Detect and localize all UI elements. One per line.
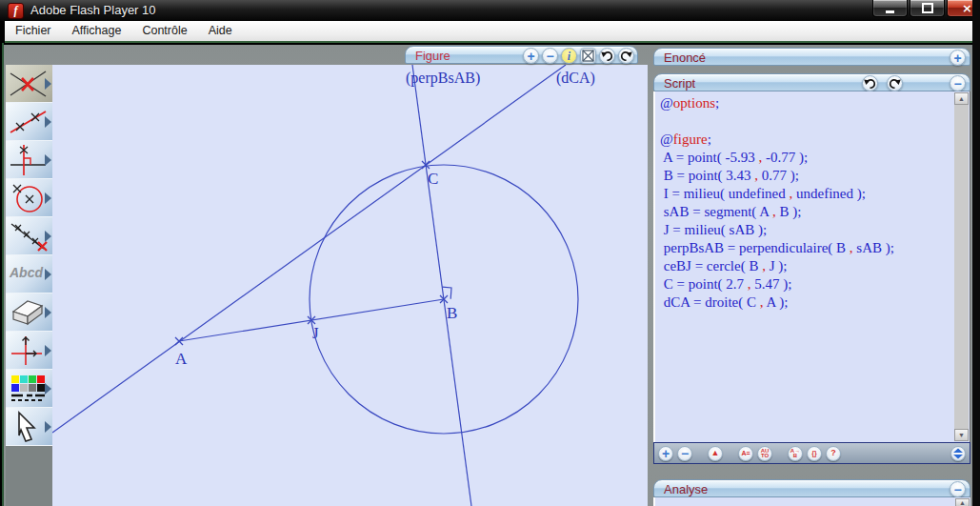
script-rename-button[interactable]: A→ B — [788, 446, 803, 461]
label-line-dCA[interactable]: (dCA) — [556, 70, 595, 87]
tool-text[interactable]: Abcd — [6, 255, 52, 293]
script-undo-button[interactable] — [862, 75, 878, 91]
script-line: A = point( -5.93 , -0.77 ); — [660, 150, 952, 168]
script-panel-header: Script − — [653, 73, 970, 91]
script-line: J = milieu( sAB ); — [660, 222, 952, 240]
scroll-up-button[interactable]: ▲ — [955, 498, 970, 506]
tool-style-palette[interactable] — [6, 370, 52, 408]
tool-axes[interactable] — [6, 332, 52, 370]
figure-info-button[interactable]: i — [561, 48, 577, 64]
script-line: sAB = segment( A , B ); — [660, 204, 952, 222]
expand-collapse-icon — [951, 447, 965, 460]
script-line: @figure; — [660, 132, 952, 150]
script-line: I = milieu( undefined , undefined ); — [660, 186, 952, 204]
tool-eraser[interactable] — [6, 293, 52, 332]
play-icon: ▲ — [711, 449, 720, 457]
script-line — [660, 113, 952, 132]
submenu-arrow-icon — [45, 421, 51, 433]
restore-icon — [922, 3, 933, 13]
figure-panel-title: Figure — [415, 48, 450, 64]
script-scrollbar[interactable]: ▲ ▼ — [954, 92, 969, 441]
label-point-C[interactable]: C — [428, 170, 438, 188]
title-bar: f Adobe Flash Player 10 × — [0, 0, 980, 21]
redo-icon — [620, 50, 632, 62]
figure-redo-button[interactable] — [618, 48, 634, 64]
window-title: Adobe Flash Player 10 — [30, 0, 156, 21]
submenu-arrow-icon — [45, 269, 51, 280]
label-line-perpBsAB[interactable]: (perpBsAB) — [406, 70, 480, 87]
redo-icon — [889, 77, 901, 90]
analyse-panel-header: Analyse − — [653, 479, 970, 497]
tool-point[interactable] — [6, 65, 52, 103]
script-line: dCA = droite( C , A ); — [660, 294, 952, 313]
script-resize-button[interactable] — [950, 446, 966, 461]
script-line: B = point( 3.43 , 0.77 ); — [660, 168, 952, 186]
auto-icon-bottom: TO — [761, 454, 769, 458]
tool-pointer[interactable] — [6, 408, 52, 446]
script-line: @options; — [660, 95, 952, 113]
assign-icon: A= — [741, 450, 750, 456]
label-point-B[interactable]: B — [447, 304, 457, 322]
script-editor[interactable]: @options; @figure; A = point( -5.93 , -0… — [653, 91, 970, 442]
figure-canvas[interactable]: A J B C (perpBsAB) (dCA) — [52, 65, 648, 506]
scroll-down-button[interactable]: ▼ — [954, 429, 969, 441]
menu-aide[interactable]: Aide — [198, 20, 243, 42]
undo-icon — [601, 50, 613, 62]
figure-zoom-out-button[interactable]: − — [542, 48, 558, 64]
analyse-scrollbar[interactable]: ▲ — [955, 498, 970, 505]
geometry-toolbar: Abcd — [6, 65, 52, 506]
figure-zoom-in-button[interactable]: + — [523, 48, 539, 64]
script-font-decrease-button[interactable]: − — [677, 446, 692, 461]
submenu-arrow-icon — [45, 231, 51, 242]
script-line: perpBsAB = perpendiculaire( B , sAB ); — [660, 240, 952, 258]
figure-undo-button[interactable] — [599, 48, 615, 64]
scroll-up-button[interactable]: ▲ — [954, 92, 969, 105]
label-point-J[interactable]: J — [312, 324, 319, 342]
tool-marks[interactable] — [6, 217, 52, 255]
figure-panel-header: Figure + − i — [405, 46, 638, 64]
label-point-A[interactable]: A — [175, 350, 188, 368]
menu-affichage[interactable]: Affichage — [62, 20, 132, 42]
geometry-canvas: A J B C (perpBsAB) (dCA) — [52, 65, 648, 506]
script-redo-button[interactable] — [887, 75, 903, 91]
menu-fichier[interactable]: Fichier — [5, 20, 62, 42]
enonce-panel-title: Enoncé — [664, 50, 706, 66]
menu-controle[interactable]: Contrôle — [131, 20, 197, 42]
figure-fullscreen-button[interactable] — [580, 48, 596, 64]
script-panel-title: Script — [664, 75, 695, 91]
minimize-button[interactable] — [872, 0, 908, 17]
script-lines: @options; @figure; A = point( -5.93 , -0… — [660, 95, 952, 313]
script-line: C = point( 2.7 , 5.47 ); — [660, 276, 952, 294]
script-auto-button[interactable]: AU TO — [757, 446, 772, 461]
tool-line[interactable] — [6, 103, 52, 141]
undo-icon — [864, 77, 876, 90]
line-perpBsAB[interactable] — [412, 65, 471, 506]
submenu-arrow-icon — [45, 78, 51, 90]
script-collapse-button[interactable]: − — [950, 75, 966, 91]
minimize-icon — [886, 10, 894, 13]
close-icon: × — [962, 2, 972, 14]
enonce-panel-header: Enoncé + — [653, 48, 970, 66]
tool-circle[interactable] — [6, 179, 52, 217]
script-braces-button[interactable]: {} — [807, 446, 822, 461]
script-toolbar: + − ▲ A= AU TO A→ B {} ? — [653, 442, 970, 464]
submenu-arrow-icon — [45, 154, 51, 166]
analyse-panel-title: Analyse — [664, 481, 708, 497]
script-assign-button[interactable]: A= — [738, 446, 753, 461]
script-help-button[interactable]: ? — [826, 446, 841, 461]
analyse-collapse-button[interactable]: − — [950, 481, 966, 497]
script-font-increase-button[interactable]: + — [658, 446, 673, 461]
enonce-expand-button[interactable]: + — [950, 50, 966, 66]
script-execute-button[interactable]: ▲ — [708, 446, 723, 461]
help-icon: ? — [830, 449, 836, 457]
fullscreen-icon — [582, 50, 594, 62]
restore-button[interactable] — [910, 0, 945, 17]
script-line: ceBJ = cercle( B , J ); — [660, 258, 952, 276]
submenu-arrow-icon — [45, 116, 51, 128]
submenu-arrow-icon — [45, 345, 51, 356]
rename-icon-bottom: B — [793, 454, 797, 458]
line-dCA[interactable] — [52, 65, 566, 433]
flash-player-icon: f — [8, 3, 24, 19]
tool-perpendicular[interactable] — [6, 141, 52, 179]
analyse-editor[interactable]: ▲ — [653, 497, 970, 506]
